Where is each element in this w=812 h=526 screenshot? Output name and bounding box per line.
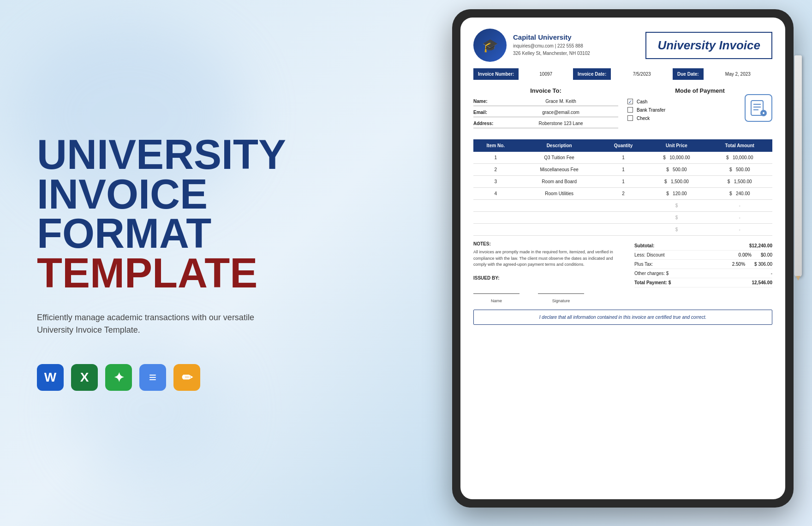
- stylus-pencil: [794, 55, 802, 277]
- notes-section: NOTES: All invoices are promptly made in…: [473, 241, 625, 304]
- meta-invoice-date: Invoice Date: 7/5/2023: [573, 68, 673, 80]
- university-info: 🎓 Capital University inquiries@cmu.com |…: [473, 29, 590, 62]
- university-name: Capital University: [513, 33, 590, 41]
- invoice-title-box: University Invoice: [645, 32, 772, 59]
- email-value: grace@email.com: [503, 110, 618, 115]
- discount-row: Less: Discount 0.00% $0.00: [634, 251, 772, 260]
- invoice-to: Invoice To: Name: Grace M. Keith Email: …: [473, 87, 618, 132]
- docs-icon: ≡: [139, 364, 166, 391]
- totals-section: Subtotal: $12,240.00 Less: Discount 0.00…: [634, 241, 772, 304]
- payment-cash: ✓ Cash: [627, 99, 665, 104]
- invoice-date-value: 7/5/2023: [611, 68, 673, 80]
- subtotal-label: Subtotal:: [634, 243, 654, 248]
- declaration-text: I declare that all information contained…: [481, 315, 764, 320]
- payment-check: Check: [627, 115, 665, 121]
- invoice-number-value: 10097: [519, 68, 573, 80]
- tablet-outer: 🎓 Capital University inquiries@cmu.com |…: [452, 9, 794, 508]
- invoice-to-heading: Invoice To:: [473, 87, 618, 94]
- payment-icon: [745, 94, 772, 122]
- notes-label: NOTES:: [473, 241, 625, 246]
- subtotal-row: Subtotal: $12,240.00: [634, 241, 772, 251]
- col-item-no: Item No.: [473, 139, 518, 152]
- signature-area: Name Signature: [473, 293, 625, 304]
- name-label: Name:: [473, 99, 503, 104]
- tax-row: Plus Tax: 2.50% $ 306.00: [634, 260, 772, 269]
- col-description: Description: [518, 139, 601, 152]
- signature-line: Signature: [538, 293, 584, 304]
- table-row: 1 Q3 Tuition Fee 1 $ 10,000.00 $ 10,000.…: [473, 152, 772, 164]
- tax-pct: 2.50%: [732, 262, 745, 267]
- table-row: 4 Room Utilities 2 $ 120.00 $ 240.00: [473, 188, 772, 200]
- sig-label: Signature: [552, 299, 570, 303]
- name-value: Grace M. Keith: [503, 99, 618, 104]
- check-label: Check: [637, 116, 650, 121]
- table-row: 2 Miscellaneous Fee 1 $ 500.00 $ 500.00: [473, 164, 772, 176]
- email-field-row: Email: grace@email.com: [473, 110, 618, 117]
- tablet-screen: 🎓 Capital University inquiries@cmu.com |…: [460, 18, 785, 499]
- payment-bank-transfer: Bank Transfer: [627, 107, 665, 113]
- col-total-amount: Total Amount: [707, 139, 772, 152]
- check-checkbox[interactable]: [627, 115, 633, 121]
- notes-text: All invoices are promptly made in the re…: [473, 249, 625, 268]
- university-contact: inquiries@cmu.com | 222 555 888: [513, 42, 590, 50]
- address-label: Address:: [473, 121, 503, 126]
- invoice-title: University Invoice: [657, 38, 760, 53]
- university-address: 326 Kelley St, Manchester, NH 03102: [513, 50, 590, 57]
- bottom-section: NOTES: All invoices are promptly made in…: [473, 241, 772, 304]
- tablet-container: 🎓 Capital University inquiries@cmu.com |…: [452, 9, 803, 517]
- excel-icon: X: [71, 364, 98, 391]
- subtotal-value: $12,240.00: [740, 243, 772, 248]
- total-value: 12,546.00: [740, 280, 772, 285]
- table-row-empty: $ -: [473, 224, 772, 236]
- address-value: Roberstone 123 Lane: [503, 121, 618, 126]
- word-icon: W: [37, 364, 64, 391]
- invoice-number-label: Invoice Number:: [473, 68, 519, 80]
- table-row-empty: $ -: [473, 212, 772, 224]
- payment-options: ✓ Cash Bank Transfer Check: [627, 99, 665, 124]
- discount-label: Less: Discount: [634, 252, 665, 257]
- bank-transfer-checkbox[interactable]: [627, 107, 633, 113]
- payment-heading: Mode of Payment: [627, 87, 772, 94]
- col-quantity: Quantity: [601, 139, 646, 152]
- table-row: 3 Room and Board 1 $ 1,500.00 $ 1,500.00: [473, 176, 772, 188]
- cash-checkbox[interactable]: ✓: [627, 99, 633, 104]
- left-panel: UNIVERSITY INVOICE FORMAT TEMPLATE Effic…: [0, 0, 286, 526]
- discount-pct: 0.00%: [739, 252, 752, 257]
- university-text: Capital University inquiries@cmu.com | 2…: [513, 33, 590, 57]
- total-label: Total Payment: $: [634, 280, 671, 285]
- table-row-empty: $ -: [473, 200, 772, 212]
- name-signature-line: Name: [473, 293, 519, 304]
- other-label: Other charges: $: [634, 271, 669, 276]
- issued-by: ISSUED BY:: [473, 275, 625, 281]
- name-field-row: Name: Grace M. Keith: [473, 99, 618, 106]
- invoice-date-label: Invoice Date:: [573, 68, 611, 80]
- subtitle: Efficiently manage academic transactions…: [37, 311, 258, 336]
- address-field-row: Address: Roberstone 123 Lane: [473, 121, 618, 128]
- app-icons: W X ✦ ≡ ✏: [37, 364, 258, 391]
- pages-icon: ✏: [173, 364, 200, 391]
- sheets-icon: ✦: [105, 364, 132, 391]
- meta-invoice-number: Invoice Number: 10097: [473, 68, 573, 80]
- col-unit-price: Unit Price: [646, 139, 707, 152]
- discount-value: $0.00: [761, 252, 772, 257]
- invoice-table: Item No. Description Quantity Unit Price…: [473, 139, 772, 236]
- payment-section: Mode of Payment ✓ Cash Bank Transfer: [627, 87, 772, 132]
- declaration-box: I declare that all information contained…: [473, 310, 772, 325]
- bank-transfer-label: Bank Transfer: [637, 108, 665, 113]
- invoice-meta: Invoice Number: 10097 Invoice Date: 7/5/…: [473, 68, 772, 80]
- total-payment-row: Total Payment: $ 12,546.00: [634, 278, 772, 287]
- name-sig-label: Name: [491, 299, 502, 303]
- email-label: Email:: [473, 110, 503, 115]
- university-logo: 🎓: [473, 29, 507, 62]
- other-charges-row: Other charges: $ -: [634, 269, 772, 278]
- cash-label: Cash: [637, 99, 647, 104]
- invoice-top-section: Invoice To: Name: Grace M. Keith Email: …: [473, 87, 772, 132]
- due-date-label: Due Date:: [673, 68, 704, 80]
- meta-due-date: Due Date: May 2, 2023: [673, 68, 772, 80]
- invoice-header: 🎓 Capital University inquiries@cmu.com |…: [473, 29, 772, 62]
- main-title: UNIVERSITY INVOICE FORMAT TEMPLATE: [37, 135, 258, 293]
- tax-label: Plus Tax:: [634, 262, 653, 267]
- due-date-value: May 2, 2023: [704, 68, 772, 80]
- tax-value: $ 306.00: [754, 262, 772, 267]
- other-value: -: [740, 271, 772, 276]
